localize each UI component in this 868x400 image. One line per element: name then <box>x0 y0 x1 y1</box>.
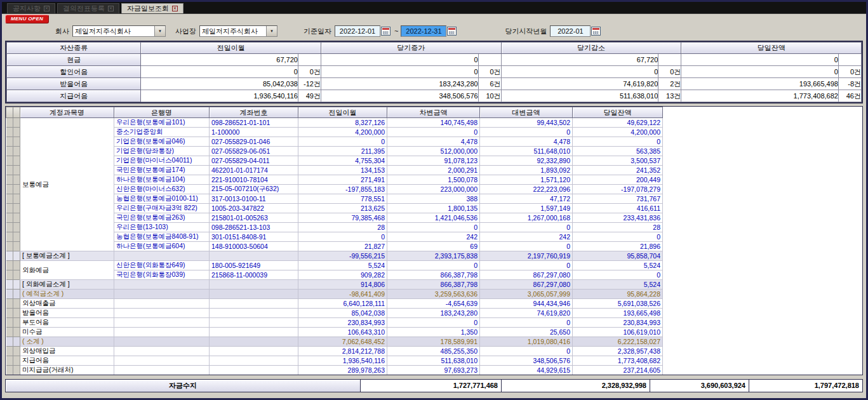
bank-name-cell[interactable]: 농협은행(보통예금8408-91) <box>114 232 210 242</box>
row-selector[interactable] <box>6 309 13 318</box>
amount-cell[interactable]: 233,431,836 <box>573 213 663 223</box>
bank-name-cell[interactable]: 우리은행(보통예금101) <box>114 118 210 128</box>
bank-name-cell[interactable] <box>114 356 210 366</box>
amount-cell[interactable]: 241,352 <box>573 166 663 175</box>
bizplace-select[interactable]: 제일저지주식회사 ▼ <box>199 25 277 37</box>
account-number-cell[interactable] <box>210 251 298 261</box>
account-number-cell[interactable] <box>210 290 298 299</box>
row-selector[interactable] <box>13 309 20 318</box>
row-selector[interactable] <box>6 137 13 147</box>
chevron-down-icon[interactable]: ▼ <box>154 26 165 36</box>
account-number-cell[interactable] <box>210 347 298 356</box>
account-number-cell[interactable]: 027-055829-04-011 <box>210 156 298 166</box>
summary-amount-cell[interactable]: 183,243,280 <box>321 78 478 90</box>
summary-count-cell[interactable]: 0건 <box>478 66 501 78</box>
amount-cell[interactable]: 44,929,615 <box>480 366 573 375</box>
amount-cell[interactable]: 512,000,000 <box>387 147 480 156</box>
amount-cell[interactable]: 69 <box>387 242 480 251</box>
amount-cell[interactable]: 1,421,046,536 <box>387 213 480 223</box>
row-selector[interactable] <box>13 280 20 290</box>
row-selector[interactable] <box>13 299 20 309</box>
amount-cell[interactable]: 388 <box>387 194 480 204</box>
amount-cell[interactable]: 242 <box>480 232 573 242</box>
row-label-cell[interactable]: 미지급금(거래처) <box>20 366 114 375</box>
summary-count-cell[interactable]: 0건 <box>838 66 861 78</box>
amount-cell[interactable]: 416,611 <box>573 204 663 213</box>
amount-cell[interactable]: 97,693,273 <box>387 366 480 375</box>
account-number-cell[interactable]: 215868-11-000039 <box>210 270 298 280</box>
row-selector[interactable] <box>13 290 20 299</box>
amount-cell[interactable]: 0 <box>298 232 387 242</box>
row-selector[interactable] <box>13 223 20 232</box>
row-selector[interactable] <box>6 328 13 337</box>
row-selector[interactable] <box>13 328 20 337</box>
bank-name-cell[interactable]: 농협은행(보통예금0100-11) <box>114 194 210 204</box>
summary-count-cell[interactable] <box>838 54 861 66</box>
amount-cell[interactable]: 28 <box>298 223 387 232</box>
row-selector[interactable] <box>13 147 20 156</box>
account-number-cell[interactable] <box>210 328 298 337</box>
amount-cell[interactable]: 49,629,122 <box>573 118 663 128</box>
tab-item[interactable]: 자금일보조회× <box>121 3 184 13</box>
amount-cell[interactable]: 95,864,228 <box>573 290 663 299</box>
amount-cell[interactable]: 3,065,057,999 <box>480 290 573 299</box>
row-selector[interactable] <box>13 137 20 147</box>
account-group-cell[interactable]: 보통예금 <box>20 118 114 251</box>
account-number-cell[interactable]: 221-910010-78104 <box>210 175 298 185</box>
account-number-cell[interactable] <box>210 309 298 318</box>
amount-cell[interactable]: 2,328,957,438 <box>573 347 663 356</box>
row-label-cell[interactable]: 미수금 <box>20 328 114 337</box>
bank-name-cell[interactable] <box>114 251 210 261</box>
row-selector[interactable] <box>13 194 20 204</box>
amount-cell[interactable]: 511,648,010 <box>480 147 573 156</box>
period-start-input[interactable]: 2022-01 <box>550 25 591 37</box>
amount-cell[interactable]: 140,745,498 <box>387 118 480 128</box>
row-selector[interactable] <box>13 128 20 137</box>
bank-name-cell[interactable]: 국민은행(외화통장039) <box>114 270 210 280</box>
amount-cell[interactable]: -197,855,183 <box>298 185 387 194</box>
summary-count-cell[interactable] <box>478 54 501 66</box>
row-selector[interactable] <box>6 194 13 204</box>
amount-cell[interactable]: 5,524 <box>298 261 387 270</box>
account-number-cell[interactable]: 1005-203-347822 <box>210 204 298 213</box>
base-date-from-input[interactable]: 2022-12-01 <box>335 25 380 37</box>
amount-cell[interactable]: 1,571,120 <box>480 175 573 185</box>
summary-count-cell[interactable]: 0건 <box>298 66 321 78</box>
chevron-down-icon[interactable]: ▼ <box>266 26 277 36</box>
row-selector[interactable] <box>13 251 20 261</box>
amount-cell[interactable]: 1,800,135 <box>387 204 480 213</box>
amount-cell[interactable]: -99,556,215 <box>298 251 387 261</box>
amount-cell[interactable]: 909,282 <box>298 270 387 280</box>
row-label-cell[interactable]: [ 외화예금소계 ] <box>20 280 114 290</box>
bank-name-cell[interactable] <box>114 299 210 309</box>
calendar-icon[interactable] <box>447 27 457 36</box>
summary-count-cell[interactable]: 0건 <box>658 66 681 78</box>
row-selector[interactable] <box>6 261 13 270</box>
row-selector[interactable] <box>6 337 13 347</box>
row-label-cell[interactable]: 지급어음 <box>20 356 114 366</box>
amount-cell[interactable]: 28 <box>573 223 663 232</box>
row-selector[interactable] <box>13 337 20 347</box>
row-selector[interactable] <box>13 232 20 242</box>
bank-name-cell[interactable]: 기업은행(마이너스04011) <box>114 156 210 166</box>
bank-name-cell[interactable]: 신한은행(마이너스632) <box>114 185 210 194</box>
summary-amount-cell[interactable]: 0 <box>321 54 478 66</box>
amount-cell[interactable]: 271,491 <box>298 175 387 185</box>
bank-name-cell[interactable]: 우리은행(구매자금3억 822) <box>114 204 210 213</box>
account-number-cell[interactable]: 301-0151-8408-91 <box>210 232 298 242</box>
summary-count-cell[interactable]: 49건 <box>298 90 321 102</box>
amount-cell[interactable]: 1,597,149 <box>480 204 573 213</box>
bank-name-cell[interactable]: 하나은행(보통예금104) <box>114 175 210 185</box>
row-selector[interactable] <box>13 318 20 328</box>
amount-cell[interactable]: 8,327,126 <box>298 118 387 128</box>
amount-cell[interactable]: 1,893,092 <box>480 166 573 175</box>
account-number-cell[interactable]: 148-910003-50604 <box>210 242 298 251</box>
amount-cell[interactable]: 1,267,000,168 <box>480 213 573 223</box>
row-selector[interactable] <box>6 356 13 366</box>
summary-amount-cell[interactable]: 0 <box>141 66 298 78</box>
amount-cell[interactable]: 866,387,798 <box>387 280 480 290</box>
bank-name-cell[interactable] <box>114 347 210 356</box>
row-selector[interactable] <box>13 366 20 375</box>
row-selector[interactable] <box>6 128 13 137</box>
amount-cell[interactable]: 0 <box>480 261 573 270</box>
